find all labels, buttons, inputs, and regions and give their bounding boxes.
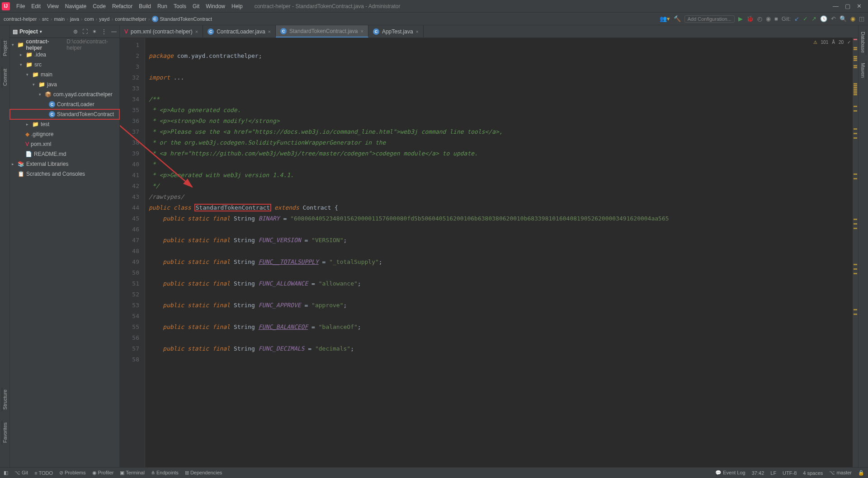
- tree-root[interactable]: ▾📁contract-helper D:\code\contract-helpe…: [10, 40, 119, 50]
- git-history-icon[interactable]: 🕓: [820, 15, 827, 22]
- indent-setting[interactable]: 4 spaces: [803, 470, 823, 476]
- stop-icon[interactable]: ■: [774, 15, 778, 22]
- main-area: Project Commit Structure Favorites ▤ Pro…: [0, 25, 868, 467]
- breadcrumb-item[interactable]: src: [42, 16, 49, 22]
- editor-body[interactable]: ⚠101 Å20 ✓ 12332333435363738394041424344…: [120, 38, 858, 467]
- gutter[interactable]: 1233233343536373839404142434445464748495…: [120, 38, 145, 467]
- profile-icon[interactable]: ◉: [766, 15, 771, 22]
- inspection-widget[interactable]: ⚠101 Å20 ✓: [813, 40, 851, 45]
- debug-icon[interactable]: 🐞: [746, 15, 754, 22]
- menu-tools[interactable]: Tools: [171, 2, 189, 10]
- structure-tool-tab[interactable]: Structure: [2, 388, 8, 412]
- build-icon[interactable]: 🔨: [674, 15, 681, 22]
- menu-run[interactable]: Run: [155, 2, 170, 10]
- git-rollback-icon[interactable]: ↶: [831, 15, 836, 22]
- breadcrumb-item[interactable]: main: [54, 16, 65, 22]
- tab-apptest[interactable]: CAppTest.java×: [368, 25, 424, 37]
- menu-window[interactable]: Window: [203, 2, 228, 10]
- toggle-tools-icon[interactable]: ◧: [4, 470, 8, 476]
- menu-code[interactable]: Code: [90, 2, 108, 10]
- menu-refactor[interactable]: Refactor: [109, 2, 135, 10]
- window-controls: — ▢ ✕: [833, 3, 866, 9]
- caret-position[interactable]: 37:42: [752, 470, 764, 476]
- tree-item[interactable]: ▾📁main: [10, 70, 119, 80]
- commit-tool-tab[interactable]: Commit: [2, 67, 8, 88]
- project-panel-title[interactable]: Project: [19, 28, 38, 35]
- ide-update-icon[interactable]: ◫: [859, 15, 864, 22]
- project-tool-tab[interactable]: Project: [2, 39, 8, 58]
- coverage-icon[interactable]: ◴: [757, 15, 762, 22]
- endpoints-tool[interactable]: ⋔ Endpoints: [151, 470, 179, 476]
- breadcrumb-item[interactable]: com: [85, 16, 94, 22]
- close-tab-icon[interactable]: ×: [268, 29, 271, 34]
- breadcrumb-item[interactable]: contract-helper: [4, 16, 37, 22]
- terminal-tool[interactable]: ▣ Terminal: [120, 470, 144, 476]
- lock-icon[interactable]: 🔒: [858, 470, 864, 476]
- collapse-icon[interactable]: ✶: [92, 28, 97, 35]
- error-stripe[interactable]: [853, 38, 858, 467]
- favorites-tool-tab[interactable]: Favorites: [2, 421, 8, 445]
- editor-tabs: Ⅴpom.xml (contract-helper)× CContractLoa…: [120, 25, 858, 38]
- problems-tool[interactable]: ⊘ Problems: [59, 470, 86, 476]
- run-icon[interactable]: ▶: [738, 15, 743, 22]
- settings-icon[interactable]: ⋮: [101, 28, 107, 35]
- project-view-icon[interactable]: ▤: [13, 28, 18, 35]
- file-encoding[interactable]: UTF-8: [783, 470, 797, 476]
- tree-item[interactable]: ▾📦com.yayd.contracthelper: [10, 89, 119, 99]
- menu-edit[interactable]: Edit: [28, 2, 43, 10]
- git-update-icon[interactable]: ↙: [794, 15, 799, 22]
- tree-item[interactable]: CContractLoader: [10, 99, 119, 109]
- todo-tool[interactable]: ≡ TODO: [34, 470, 53, 476]
- menu-file[interactable]: File: [14, 2, 28, 10]
- tree-item[interactable]: ▸📁test: [10, 119, 119, 129]
- code-content[interactable]: package com.yayd.contracthelper; import …: [145, 38, 853, 467]
- code-with-me-icon[interactable]: 👥▾: [660, 15, 670, 22]
- git-push-icon[interactable]: ↗: [811, 15, 816, 22]
- tree-item[interactable]: ▸📚External Libraries: [10, 159, 119, 169]
- tree-item[interactable]: 📋Scratches and Consoles: [10, 169, 119, 179]
- event-log[interactable]: 💬 Event Log: [715, 470, 745, 476]
- expand-all-icon[interactable]: ⛶: [82, 28, 88, 35]
- tree-item[interactable]: ▸📁.idea: [10, 50, 119, 60]
- menu-view[interactable]: View: [44, 2, 61, 10]
- hide-icon[interactable]: —: [111, 28, 117, 35]
- tab-contractloader[interactable]: CContractLoader.java×: [203, 25, 276, 37]
- add-configuration-button[interactable]: Add Configuration...: [684, 15, 735, 23]
- close-tab-icon[interactable]: ×: [360, 28, 363, 34]
- breadcrumb-item[interactable]: yayd: [99, 16, 109, 22]
- close-tab-icon[interactable]: ×: [195, 29, 198, 34]
- menu-git[interactable]: Git: [190, 2, 202, 10]
- git-tool[interactable]: ⌥ Git: [14, 470, 28, 476]
- close-icon[interactable]: ✕: [857, 3, 862, 9]
- select-opened-icon[interactable]: ⊚: [73, 28, 78, 35]
- maven-tool-tab[interactable]: Maven: [860, 61, 866, 80]
- menu-navigate[interactable]: Navigate: [62, 2, 89, 10]
- project-tree[interactable]: ▾📁contract-helper D:\code\contract-helpe…: [10, 38, 119, 181]
- settings-icon[interactable]: ◉: [850, 15, 855, 22]
- tree-item[interactable]: Ⅴpom.xml: [10, 139, 119, 149]
- tree-item[interactable]: 📄README.md: [10, 149, 119, 159]
- scratches-icon: 📋: [18, 171, 24, 177]
- tab-pom[interactable]: Ⅴpom.xml (contract-helper)×: [120, 25, 203, 37]
- tree-item-standardtokencontract[interactable]: CStandardTokenContract: [10, 109, 119, 119]
- minimize-icon[interactable]: —: [833, 3, 839, 9]
- git-branch[interactable]: ⌥ master: [829, 470, 852, 476]
- tab-standardtokencontract[interactable]: CStandardTokenContract.java×: [276, 25, 368, 37]
- database-tool-tab[interactable]: Database: [860, 30, 866, 55]
- maximize-icon[interactable]: ▢: [845, 3, 850, 9]
- tree-item[interactable]: ▾📁src: [10, 60, 119, 70]
- close-tab-icon[interactable]: ×: [416, 29, 419, 34]
- menu-help[interactable]: Help: [229, 2, 245, 10]
- breadcrumb-item[interactable]: StandardTokenContract: [160, 16, 212, 22]
- breadcrumb-item[interactable]: java: [70, 16, 79, 22]
- dependencies-tool[interactable]: ⊞ Dependencies: [185, 470, 222, 476]
- line-separator[interactable]: LF: [770, 470, 776, 476]
- breadcrumb-item[interactable]: contracthelper: [115, 16, 146, 22]
- project-panel: ▤ Project ▾ ⊚ ⛶ ✶ ⋮ — ▾📁contract-helper …: [10, 25, 120, 467]
- tree-item[interactable]: ▾📁java: [10, 80, 119, 89]
- tree-item[interactable]: ◆.gitignore: [10, 129, 119, 139]
- git-commit-icon[interactable]: ✓: [803, 15, 808, 22]
- menu-build[interactable]: Build: [136, 2, 154, 10]
- search-icon[interactable]: 🔍: [840, 15, 847, 22]
- profiler-tool[interactable]: ◉ Profiler: [92, 470, 114, 476]
